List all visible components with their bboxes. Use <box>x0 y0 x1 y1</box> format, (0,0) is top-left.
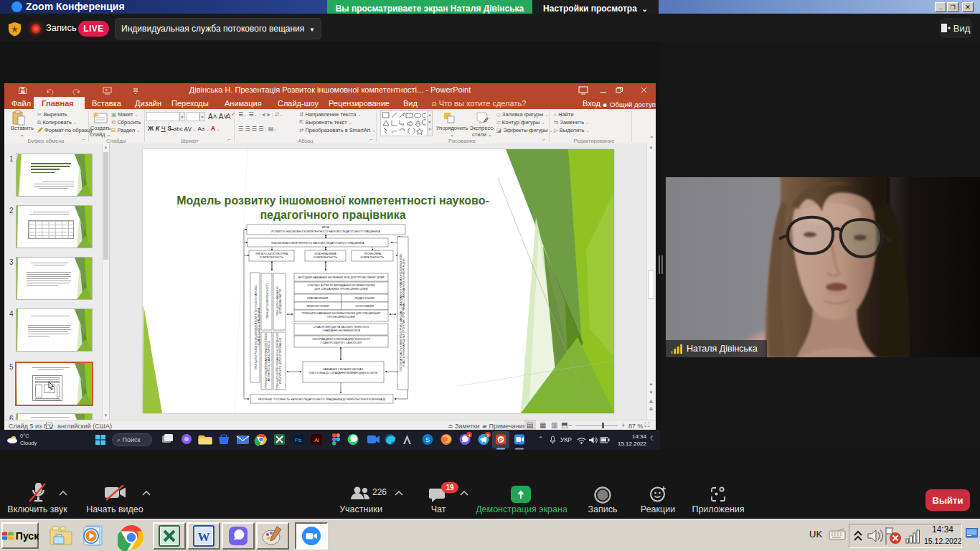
svg-text:ПЕДАГОГІЧНИЙ: ПЕДАГОГІЧНИЙ <box>354 297 374 300</box>
svg-text:9: 9 <box>486 433 489 438</box>
svg-text:ПЕДАГОГІЧНОГО ПРАЦІВНИКА: ПЕДАГОГІЧНОГО ПРАЦІВНИКА <box>258 308 260 347</box>
svg-text:ЛІНГВОСОЦІОКУЛЬТУРНА: ЛІНГВОСОЦІОКУЛЬТУРНА <box>255 253 288 255</box>
svg-text:Ai: Ai <box>314 437 319 443</box>
svg-text:W: W <box>198 530 210 544</box>
svg-text:У НАВЧАННІ ІНОЗЕМНИХ МОВ: У НАВЧАННІ ІНОЗЕМНИХ МОВ <box>322 329 361 332</box>
svg-text:ВПРОДОВЖ ЖИТТЯ: ВПРОДОВЖ ЖИТТЯ <box>279 288 282 314</box>
svg-text:РОЗВИТОК ІНШОМОВНОЇ КОМПЕТЕНТН: РОЗВИТОК ІНШОМОВНОЇ КОМПЕТЕНТНОСТІ НАУКО… <box>271 230 380 233</box>
svg-text:МЕТА:: МЕТА: <box>322 226 330 229</box>
svg-text:МІЖКУЛЬТУРНИЙ: МІЖКУЛЬТУРНИЙ <box>306 305 329 308</box>
svg-text:ДЛЯ СПЕЦІАЛЬНИХ ПРОФЕСІЙНИХ ЦІ: ДЛЯ СПЕЦІАЛЬНИХ ПРОФЕСІЙНИХ ЦІЛЕЙ <box>315 288 368 291</box>
svg-text:КОМПЕТЕНТНІСТЬ: КОМПЕТЕНТНІСТЬ <box>260 256 283 259</box>
svg-text:У САМОРОЗВИТКУ І САМООСВІТІ: У САМОРОЗВИТКУ І САМООСВІТІ <box>320 342 362 344</box>
svg-text:4: 4 <box>468 433 470 438</box>
svg-text:АКТИВНОСТІ І САМОСТІЙНОСТІ): АКТИВНОСТІ І САМОСТІЙНОСТІ) <box>268 341 270 382</box>
svg-text:ПРИНЦИПИ НАВЧАННЯ ІНОЗЕМНОЇ МО: ПРИНЦИПИ НАВЧАННЯ ІНОЗЕМНОЇ МОВИ ДЛЯ СПЕ… <box>302 312 381 315</box>
svg-text:КОМПЕТЕНТНІСТЬ: КОМПЕТЕНТНІСТЬ <box>314 256 337 259</box>
svg-text:ПІДГОТОВКА ДО СКЛАДАННЯ МІЖНАР: ПІДГОТОВКА ДО СКЛАДАННЯ МІЖНАРОДНИХ ІСПИ… <box>309 372 378 375</box>
svg-text:S: S <box>425 436 430 443</box>
svg-text:УЧАСТЬ У МІЖНАРОДНИХ ПРОЕКТАХ,: УЧАСТЬ У МІЖНАРОДНИХ ПРОЕКТАХ, ПРОГРАМАХ… <box>402 259 405 367</box>
svg-text:КОГНІТИВНИЙ: КОГНІТИВНИЙ <box>356 305 374 308</box>
svg-text:МЕТОДИКИ НАВЧАННЯ ІНОЗЕМНИХ МО: МЕТОДИКИ НАВЧАННЯ ІНОЗЕМНИХ МОВ ДЛЯ ПРОФ… <box>298 276 385 279</box>
svg-text:P: P <box>499 437 504 443</box>
svg-text:РЕЗУЛЬТАТ: ГОТОВНІСТЬ НАУКОВО-: РЕЗУЛЬТАТ: ГОТОВНІСТЬ НАУКОВО-ПЕДАГОГІЧН… <box>258 398 385 401</box>
svg-text:ПРОФЕСІЙНИХ ЦІЛЕЙ: ПРОФЕСІЙНИХ ЦІЛЕЙ <box>327 316 355 319</box>
svg-text:ІНШОМОВНА КОМПЕТЕНТНІСТЬ НАУКО: ІНШОМОВНА КОМПЕТЕНТНІСТЬ НАУКОВО-ПЕДАГОГ… <box>271 242 364 245</box>
svg-text:КУЛЬТУРНОГО ЧЕРЕЗ СПІЛКУВАННЯ: КУЛЬТУРНОГО ЧЕРЕЗ СПІЛКУВАННЯ <box>279 337 282 384</box>
svg-text:СУЧАСНІ МЕТОДИ ТА ЗАСОБИ І ТЕХ: СУЧАСНІ МЕТОДИ ТА ЗАСОБИ І ТЕХНОЛОГІЇ <box>314 326 369 329</box>
svg-text:ПРИНЦИП КОМПЛЕКСНОСТІ: ПРИНЦИП КОМПЛЕКСНОСТІ <box>266 283 269 319</box>
svg-text:ІНФОРМАЦІЙНО-КОМУНІКАЦІЙНІ ТЕХ: ІНФОРМАЦІЙНО-КОМУНІКАЦІЙНІ ТЕХНОЛОГІЇ <box>312 338 369 341</box>
svg-text:ПРОФЕСІЙНА: ПРОФЕСІЙНА <box>364 253 382 255</box>
svg-text:ОСНОВИ І АСПЕКТИ ВИКЛАДАННЯ ІН: ОСНОВИ І АСПЕКТИ ВИКЛАДАННЯ ІНОЗЕМНОЇ МО… <box>307 284 375 287</box>
svg-text:КОМПЕТЕНТНІСТЬ: КОМПЕТЕНТНІСТЬ <box>361 256 385 259</box>
svg-text:ПОСТІЙНА УЧАСТЬ У МІЖКУЛЬТУРНИ: ПОСТІЙНА УЧАСТЬ У МІЖКУЛЬТУРНИХ ЗАХОДАХ,… <box>400 253 402 372</box>
svg-text:ПРАГМАТИЧНИЙ: ПРАГМАТИЧНИЙ <box>307 297 328 300</box>
svg-text:НАВЧАННЯ У МОВНИХ ШКОЛАХ,: НАВЧАННЯ У МОВНИХ ШКОЛАХ, <box>323 368 364 371</box>
svg-text:Ps: Ps <box>295 437 301 443</box>
svg-text:КОМУНІКАТИВНА: КОМУНІКАТИВНА <box>314 253 336 255</box>
